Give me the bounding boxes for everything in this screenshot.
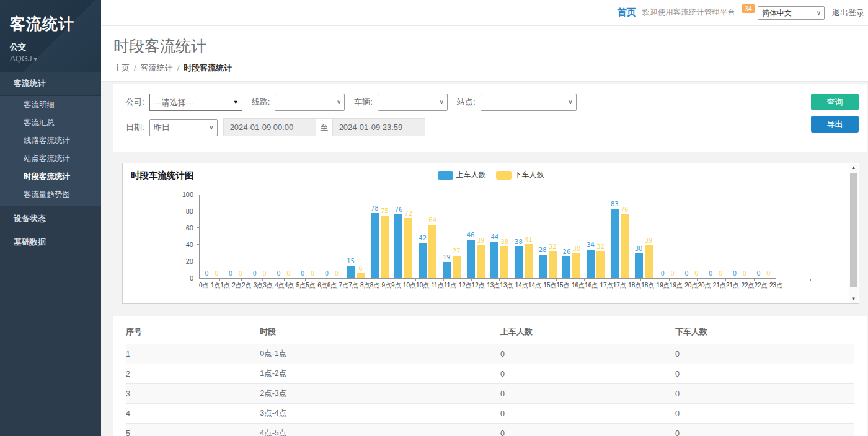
bar-group: 00 bbox=[655, 195, 680, 278]
x-axis-label: 21点-22点 bbox=[726, 279, 755, 289]
bar-group: 00 bbox=[296, 195, 320, 278]
bar-value-label: 0 bbox=[239, 270, 242, 277]
sidebar-item-客流统计[interactable]: 客流统计 bbox=[0, 72, 101, 96]
bar-value-label: 27 bbox=[453, 248, 461, 255]
table-cell: 0 bbox=[675, 364, 854, 384]
table-column-header: 下车人数 bbox=[675, 318, 854, 344]
filter-row-1: 公司: ---请选择--- ▼ 线路: ∨ 车辆: ∨ 站点: ∨ bbox=[126, 94, 867, 111]
bar-value-label: 64 bbox=[428, 217, 436, 224]
chart-bar bbox=[500, 246, 508, 278]
vehicle-label: 车辆: bbox=[354, 97, 373, 108]
org-code-label: AQGJ bbox=[10, 54, 32, 63]
bar-value-label: 39 bbox=[477, 237, 485, 244]
table-panel: 序号时段上车人数下车人数 10点-1点0021点-2点0032点-3点0043点… bbox=[113, 316, 867, 436]
table-cell: 0 bbox=[675, 424, 854, 436]
chart-bar bbox=[418, 243, 427, 278]
bar-value-label: 30 bbox=[573, 245, 581, 252]
chart-scrollbar[interactable]: ▲ ▼ bbox=[849, 164, 858, 303]
bar-value-label: 0 bbox=[325, 270, 329, 277]
table-cell: 1 bbox=[126, 344, 260, 364]
chevron-down-icon: ▾ bbox=[33, 56, 37, 63]
chart-bar bbox=[596, 251, 604, 278]
bar-group: 00 bbox=[704, 195, 728, 278]
breadcrumb-item[interactable]: 主页 bbox=[113, 63, 130, 72]
bar-value-label: 0 bbox=[733, 270, 737, 277]
bar-value-label: 0 bbox=[719, 270, 722, 277]
sidebar-item-客流明细[interactable]: 客流明细 bbox=[0, 96, 101, 114]
main-area: 首页 欢迎使用客流统计管理平台 34 简体中文 ∨ 退出登录 时段客流统计 主页… bbox=[101, 0, 868, 436]
sidebar-item-站点客流统计[interactable]: 站点客流统计 bbox=[0, 150, 101, 168]
scroll-up-icon[interactable]: ▲ bbox=[851, 165, 856, 171]
x-axis-label: 2点-3点 bbox=[242, 279, 263, 289]
chart-panel: 时段车流统计图 上车人数下车人数 00000000000015678757672… bbox=[122, 163, 859, 304]
bar-value-label: 46 bbox=[467, 232, 475, 238]
table-column-header: 时段 bbox=[260, 318, 500, 344]
bar-value-label: 30 bbox=[635, 245, 643, 252]
x-axis-label: 7点-8点 bbox=[348, 279, 370, 289]
sidebar-item-基础数据[interactable]: 基础数据 bbox=[0, 230, 101, 254]
company-select[interactable]: ---请选择--- bbox=[149, 94, 242, 111]
chart-area: 0000000000001567875767242641927463944383… bbox=[131, 195, 776, 289]
station-select-wrap: ∨ bbox=[480, 94, 577, 111]
bar-value-label: 0 bbox=[756, 270, 760, 277]
chart-bar bbox=[562, 256, 570, 278]
chart-bar bbox=[539, 255, 547, 278]
table-column-header: 序号 bbox=[126, 318, 260, 344]
language-select[interactable]: 简体中文 bbox=[758, 6, 825, 20]
x-axis-label: 13点-14点 bbox=[500, 279, 528, 289]
bar-value-label: 0 bbox=[684, 270, 688, 277]
sidebar-item-设备状态[interactable]: 设备状态 bbox=[0, 207, 101, 230]
export-button[interactable]: 导出 bbox=[811, 116, 859, 133]
date-end-input[interactable] bbox=[332, 118, 425, 136]
bar-group: 00 bbox=[200, 195, 224, 278]
table-cell: 0 bbox=[675, 384, 854, 404]
table-cell: 1点-2点 bbox=[260, 364, 500, 384]
x-axis-label: 20点-21点 bbox=[698, 279, 726, 289]
x-axis-label: 19点-20点 bbox=[670, 279, 698, 289]
bar-value-label: 28 bbox=[539, 246, 547, 253]
date-start-input[interactable] bbox=[223, 118, 316, 136]
sidebar-item-客流汇总[interactable]: 客流汇总 bbox=[0, 114, 101, 132]
table-row: 43点-4点00 bbox=[126, 404, 854, 424]
station-select[interactable] bbox=[480, 94, 577, 111]
date-preset-select[interactable]: 昨日 bbox=[149, 119, 218, 136]
x-axis-label: 3点-4点 bbox=[263, 279, 284, 289]
bar-value-label: 6 bbox=[358, 265, 362, 272]
legend-item: 上车人数 bbox=[438, 170, 486, 180]
breadcrumb-item[interactable]: 客流统计 bbox=[141, 63, 173, 72]
chart-bar bbox=[587, 250, 595, 278]
line-select[interactable] bbox=[275, 94, 345, 111]
bar-group: 3841 bbox=[512, 195, 536, 278]
vehicle-select[interactable] bbox=[378, 94, 448, 111]
chart-bar bbox=[453, 256, 461, 278]
breadcrumb-separator: / bbox=[130, 63, 141, 72]
bar-group: 00 bbox=[247, 195, 272, 278]
bar-value-label: 0 bbox=[286, 270, 290, 277]
breadcrumb: 主页/客流统计/时段客流统计 bbox=[113, 63, 868, 74]
chart-bar bbox=[381, 216, 389, 278]
legend-item: 下车人数 bbox=[496, 170, 544, 180]
bar-group: 3432 bbox=[583, 195, 608, 278]
logout-link[interactable]: 退出登录 bbox=[832, 7, 864, 19]
bar-value-label: 39 bbox=[645, 237, 653, 244]
table-cell: 0 bbox=[675, 404, 854, 424]
bar-value-label: 0 bbox=[766, 270, 770, 277]
data-table: 序号时段上车人数下车人数 10点-1点0021点-2点0032点-3点0043点… bbox=[126, 318, 854, 436]
search-button[interactable]: 查询 bbox=[811, 94, 859, 110]
bar-group: 8376 bbox=[608, 195, 632, 278]
bar-value-label: 26 bbox=[563, 248, 571, 255]
welcome-text: 欢迎使用客流统计管理平台 bbox=[642, 7, 735, 18]
sidebar-item-时段客流统计[interactable]: 时段客流统计 bbox=[0, 168, 101, 186]
chart-bar bbox=[356, 273, 365, 278]
chart-bar bbox=[611, 209, 619, 278]
bar-group: 2832 bbox=[536, 195, 560, 278]
scroll-down-icon[interactable]: ▼ bbox=[851, 296, 856, 302]
home-link[interactable]: 首页 bbox=[618, 7, 636, 19]
scrollbar-thumb[interactable] bbox=[850, 173, 857, 287]
sidebar-item-客流量趋势图[interactable]: 客流量趋势图 bbox=[0, 186, 101, 207]
bar-value-label: 0 bbox=[743, 270, 746, 277]
org-selector[interactable]: AQGJ▾ bbox=[10, 54, 91, 63]
bar-group: 4264 bbox=[415, 195, 440, 278]
sidebar-item-线路客流统计[interactable]: 线路客流统计 bbox=[0, 132, 101, 150]
table-cell: 0点-1点 bbox=[260, 344, 500, 364]
